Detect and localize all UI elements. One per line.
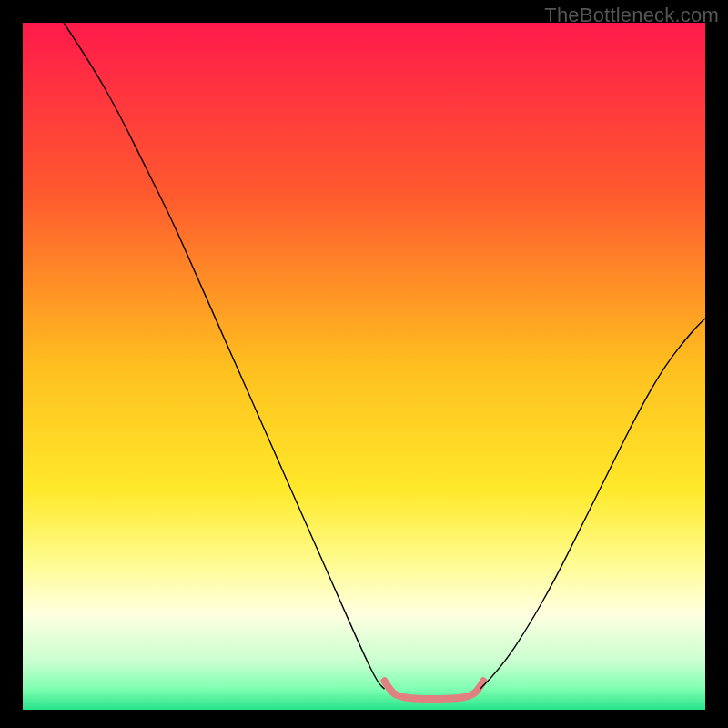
chart-frame: TheBottleneck.com	[0, 0, 728, 728]
bottleneck-curve-chart	[23, 23, 705, 710]
watermark-text: TheBottleneck.com	[544, 4, 719, 27]
